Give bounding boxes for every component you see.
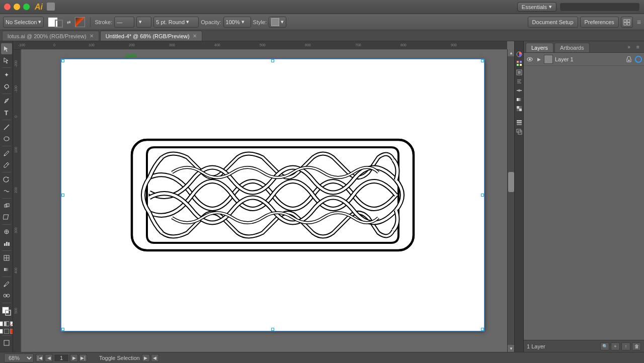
- artboard[interactable]: [61, 59, 484, 331]
- color-guide-btn[interactable]: [515, 59, 523, 67]
- lasso-tool[interactable]: [1, 81, 12, 92]
- new-layer-btn[interactable]: +: [611, 342, 620, 350]
- scroll-thumb[interactable]: [508, 172, 514, 192]
- arrange-icon-btn[interactable]: [621, 17, 633, 28]
- fill-none-icon[interactable]: [75, 17, 85, 27]
- style-dropdown[interactable]: ▾: [269, 17, 286, 28]
- eyedropper-tool[interactable]: [1, 279, 12, 290]
- layer-visibility-toggle[interactable]: [526, 55, 534, 63]
- layer-lock-btn[interactable]: [625, 55, 633, 63]
- last-page-btn[interactable]: ▶|: [79, 354, 87, 362]
- play-btn[interactable]: ▶: [142, 354, 150, 362]
- prev-page-btn[interactable]: ◀: [45, 354, 53, 362]
- swap-colors-icon[interactable]: ⇄: [67, 20, 71, 25]
- selection-dropdown[interactable]: No Selection ▾: [3, 17, 44, 28]
- pen-tool[interactable]: [1, 96, 12, 107]
- warp-tool[interactable]: [1, 186, 12, 197]
- pencil-tool[interactable]: [1, 159, 12, 170]
- stroke-color-box[interactable]: [55, 20, 63, 28]
- color-control-area: [1, 307, 12, 320]
- brush-size-dropdown[interactable]: 5 pt. Round ▾: [153, 17, 199, 28]
- handle-tl[interactable]: [61, 59, 64, 62]
- blend-tool[interactable]: [1, 290, 12, 301]
- free-transform-tool[interactable]: [1, 212, 12, 223]
- ellipse-tool[interactable]: [1, 133, 12, 144]
- minimize-button[interactable]: [14, 4, 20, 10]
- handle-mr[interactable]: [481, 194, 484, 197]
- svg-text:900: 900: [451, 43, 457, 47]
- preferences-button[interactable]: Preferences: [580, 17, 619, 28]
- essentials-button[interactable]: Essentials ▾: [517, 2, 556, 12]
- stroke-weight-box[interactable]: —: [114, 17, 134, 28]
- next-page-btn[interactable]: ▶: [70, 354, 78, 362]
- scale-tool[interactable]: [1, 200, 12, 211]
- direct-selection-tool[interactable]: [1, 55, 12, 66]
- pencil-icon: [3, 161, 10, 168]
- move-to-artboard-btn[interactable]: ↑: [621, 342, 630, 350]
- align-btn[interactable]: [515, 77, 523, 85]
- transparency-btn[interactable]: [515, 105, 523, 113]
- gradient-panel-btn[interactable]: [515, 96, 523, 104]
- artboard-container[interactable]: path +: [21, 49, 507, 352]
- scroll-up-btn[interactable]: ▲: [508, 49, 514, 56]
- handle-tc[interactable]: [271, 59, 274, 62]
- gradient-tool[interactable]: [1, 264, 12, 275]
- canvas-area[interactable]: -100 0 100 200 300 400 500 600 700 800 9…: [13, 41, 514, 352]
- tool-separator-5: [2, 172, 11, 172]
- zoom-dropdown[interactable]: 68% 100% 200%: [4, 353, 34, 362]
- artboards-side-btn[interactable]: [515, 128, 523, 136]
- handle-bc[interactable]: [271, 328, 274, 331]
- mesh-tool[interactable]: [1, 252, 12, 263]
- layers-side-btn[interactable]: [515, 119, 523, 127]
- line-segment-tool[interactable]: [1, 122, 12, 133]
- panel-expand-btn[interactable]: »: [625, 43, 633, 51]
- appearance-btn[interactable]: [515, 68, 523, 76]
- search-input[interactable]: [559, 3, 640, 12]
- layer-expand-btn[interactable]: ▶: [536, 56, 542, 62]
- scroll-down-btn[interactable]: ▼: [508, 345, 514, 352]
- vertical-scrollbar[interactable]: ▲ ▼: [507, 49, 514, 352]
- gradient-mode-btn[interactable]: [4, 321, 9, 326]
- color-panel-btn[interactable]: [515, 50, 523, 58]
- type-tool[interactable]: T: [1, 107, 12, 118]
- statusbar: 68% 100% 200% |◀ ◀ ▶ ▶| Toggle Selection…: [0, 352, 644, 363]
- celtic-knot[interactable]: [122, 132, 424, 258]
- fill-mode-btn[interactable]: [0, 321, 3, 326]
- tab-close-icon[interactable]: ✕: [90, 33, 94, 39]
- color-grid-icon: [516, 60, 522, 66]
- find-layer-btn[interactable]: 🔍: [600, 342, 609, 350]
- magic-wand-tool[interactable]: ✦: [1, 69, 12, 80]
- layer-item-1[interactable]: ▶ Layer 1: [524, 53, 644, 66]
- tab-artboards[interactable]: Artboards: [554, 43, 590, 52]
- selection-tool[interactable]: [1, 43, 12, 54]
- tab-untitled[interactable]: Untitled-4* @ 68% (RGB/Preview) ✕: [100, 31, 202, 41]
- panel-menu-btn[interactable]: ≡: [634, 43, 642, 51]
- stop-btn[interactable]: ◀: [151, 354, 159, 362]
- tab-lotus[interactable]: lotus.ai @ 200% (RGB/Preview) ✕: [2, 31, 99, 41]
- column-graph-tool[interactable]: [1, 238, 12, 249]
- rotate-tool[interactable]: [1, 174, 12, 185]
- page-number-input[interactable]: [54, 354, 69, 362]
- tab-close-icon[interactable]: ✕: [193, 33, 197, 39]
- screen-mode-btn[interactable]: [1, 337, 12, 348]
- document-setup-button[interactable]: Document Setup: [528, 17, 578, 28]
- maximize-button[interactable]: [23, 4, 30, 10]
- handle-tr[interactable]: [481, 59, 484, 62]
- eye-icon: [527, 56, 533, 62]
- panel-toggle-icon[interactable]: ≡: [637, 18, 641, 26]
- tab-layers[interactable]: Layers: [526, 43, 553, 52]
- handle-ml[interactable]: [61, 194, 64, 197]
- stroke-color-btn[interactable]: [5, 310, 11, 316]
- symbol-sprayer-tool[interactable]: [1, 226, 12, 237]
- opacity-dropdown[interactable]: 100% ▾: [223, 17, 251, 28]
- close-button[interactable]: [4, 4, 11, 10]
- handle-bl[interactable]: [61, 328, 64, 331]
- vertical-ruler: -200 -100 0 100 200 300 400 500: [13, 49, 21, 352]
- stroke-style-dropdown[interactable]: ▾: [136, 17, 151, 28]
- paintbrush-tool[interactable]: [1, 148, 12, 159]
- stroke-panel-btn[interactable]: [515, 86, 523, 95]
- first-page-btn[interactable]: |◀: [36, 354, 44, 362]
- handle-br[interactable]: [481, 328, 484, 331]
- graph-icon: [3, 240, 10, 247]
- delete-layer-btn[interactable]: 🗑: [632, 342, 641, 350]
